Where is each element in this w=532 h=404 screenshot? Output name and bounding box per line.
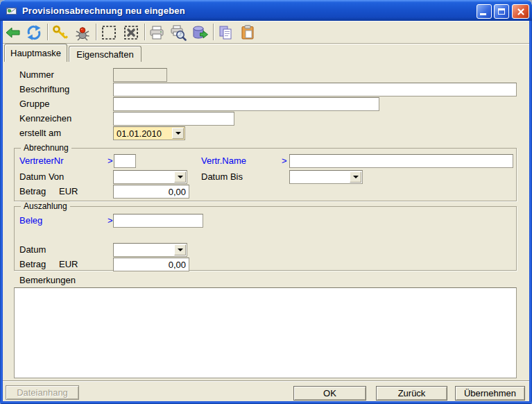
auszahlung-datum-combobox[interactable] <box>113 243 187 257</box>
beschriftung-field[interactable] <box>113 83 517 96</box>
close-button[interactable] <box>512 4 529 19</box>
auszahlung-betrag-field[interactable] <box>113 258 189 271</box>
maximize-button[interactable] <box>494 4 509 19</box>
key-icon[interactable] <box>51 23 69 42</box>
gruppe-field[interactable] <box>113 97 379 111</box>
nummer-label: Nummer <box>19 69 54 80</box>
window-title: Provisionsabrechnung neu eingeben <box>22 6 185 16</box>
bemerkungen-textarea[interactable] <box>14 287 517 378</box>
paste-icon[interactable] <box>239 23 257 42</box>
chevron-down-icon[interactable] <box>172 128 184 139</box>
kennzeichen-field[interactable] <box>113 112 234 126</box>
vertr-name-field[interactable] <box>289 154 513 168</box>
print-preview-icon[interactable] <box>169 23 187 42</box>
nummer-field <box>113 68 167 82</box>
toolbar-separator <box>47 24 49 40</box>
footer-separator <box>3 380 529 382</box>
erstellt-am-label: erstellt am <box>19 128 61 138</box>
window-frame <box>529 21 532 401</box>
copy-icon[interactable] <box>216 23 234 42</box>
beleg-link-arrow: > <box>108 215 113 226</box>
minimize-button[interactable] <box>477 4 492 19</box>
datum-bis-combobox[interactable] <box>289 170 363 184</box>
erstellt-am-combobox[interactable]: 01.01.2010 <box>113 126 185 140</box>
bemerkungen-label: Bemerkungen <box>19 275 76 285</box>
toolbar-separator <box>96 24 97 40</box>
dateianhang-button: Dateianhang <box>6 385 79 400</box>
kennzeichen-label: Kennzeichen <box>19 113 71 124</box>
window-frame <box>0 21 3 401</box>
auszahlung-group-title: Auszahlung <box>21 201 70 211</box>
vertreternr-label[interactable]: VertreterNr <box>19 155 64 166</box>
erstellt-am-value: 01.01.2010 <box>117 128 162 139</box>
chevron-down-icon[interactable] <box>174 244 186 255</box>
vertr-name-label[interactable]: Vertr.Name <box>201 155 246 166</box>
selection-frame-icon[interactable] <box>100 23 118 42</box>
mail-image-icon <box>6 4 18 17</box>
refresh-icon[interactable] <box>25 23 43 42</box>
tab-eigenschaften[interactable]: Eigenschaften <box>69 46 141 62</box>
chevron-down-icon[interactable] <box>350 171 361 183</box>
titlebar[interactable]: Provisionsabrechnung neu eingeben <box>0 0 532 21</box>
abrechnung-betrag-field[interactable] <box>113 185 189 199</box>
gruppe-label: Gruppe <box>19 99 49 109</box>
beleg-label[interactable]: Beleg <box>19 215 42 226</box>
abrechnung-betrag-label: Betrag <box>19 186 46 196</box>
abrechnung-betrag-currency: EUR <box>59 186 78 196</box>
auszahlung-groupbox: Auszahlung <box>14 206 517 271</box>
ok-button[interactable]: OK <box>293 386 366 401</box>
auszahlung-betrag-currency: EUR <box>59 259 78 269</box>
vertr-name-link-arrow: > <box>282 155 287 166</box>
abrechnung-group-title: Abrechnung <box>21 143 71 153</box>
chevron-down-icon[interactable] <box>174 171 186 183</box>
tab-hauptmaske[interactable]: Hauptmaske <box>4 44 67 62</box>
toolbar-separator <box>213 24 214 40</box>
datum-von-label: Datum Von <box>19 171 64 182</box>
print-icon[interactable] <box>148 23 166 42</box>
uebernehmen-button[interactable]: Übernehmen <box>455 386 525 401</box>
clear-selection-icon[interactable] <box>122 23 140 42</box>
spider-icon[interactable] <box>74 23 92 42</box>
window-frame <box>0 401 532 404</box>
beschriftung-label: Beschriftung <box>19 84 69 94</box>
auszahlung-datum-label: Datum <box>19 244 46 255</box>
database-export-icon[interactable] <box>191 23 209 42</box>
tabbar: Hauptmaske Eigenschaften <box>3 44 529 62</box>
toolbar <box>3 21 529 44</box>
beleg-field[interactable] <box>113 214 203 228</box>
datum-von-combobox[interactable] <box>113 170 187 184</box>
back-icon[interactable] <box>4 23 22 42</box>
datum-bis-label: Datum Bis <box>201 171 243 182</box>
dialog-window: Provisionsabrechnung neu eingeben <box>0 0 532 404</box>
vertreternr-field[interactable] <box>114 154 136 168</box>
zurueck-button[interactable]: Zurück <box>376 386 447 401</box>
auszahlung-betrag-label: Betrag <box>19 259 46 269</box>
vertreternr-link-arrow: > <box>108 155 113 166</box>
toolbar-separator <box>144 24 146 40</box>
